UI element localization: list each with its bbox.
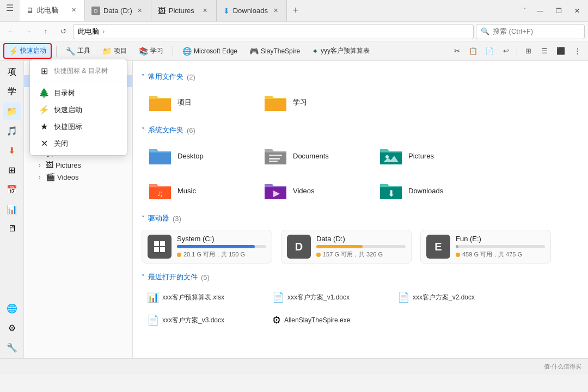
quick-access-label: 快速启动: [20, 46, 46, 56]
file-item-2[interactable]: 📄 xxx客户方案_v2.docx: [392, 289, 512, 306]
minimize-button[interactable]: —: [531, 2, 549, 20]
dropdown-item-close[interactable]: ✕ 关闭: [30, 135, 127, 152]
tab-pictures[interactable]: 🖼 Pictures ✕: [151, 0, 217, 21]
toolbar-action-paste[interactable]: 📄: [482, 44, 497, 59]
recent-section-header[interactable]: ˅ 最近打开的文件 (5): [142, 272, 579, 282]
folder-item-pictures[interactable]: Pictures: [372, 142, 481, 170]
tree-icon-videos: 🎬: [46, 173, 55, 181]
address-box[interactable]: 此电脑 ›: [73, 24, 474, 39]
tab-downloads[interactable]: ⬇ Downloads ✕: [217, 0, 287, 21]
dropdown-shortcuts-label: 快捷图标: [54, 122, 82, 132]
strip-icon-project[interactable]: 项: [3, 63, 21, 81]
system-section-header[interactable]: ˅ 系统文件夹 (6): [142, 125, 579, 135]
drive-icon-e: E: [426, 235, 450, 259]
file-item-1[interactable]: 📄 xxx客户方案_v1.docx: [267, 289, 387, 306]
dropdown-header: ⊞ 快捷图标 & 目录树: [30, 63, 127, 79]
folder-icon-documents: [262, 145, 289, 167]
folder-icon-pictures: [378, 145, 404, 167]
tab-data-close[interactable]: ✕: [136, 7, 144, 15]
strip-icon-calendar[interactable]: 📅: [3, 181, 21, 198]
strip-icon-grid[interactable]: ⊞: [3, 161, 21, 179]
toolbar-action-copy[interactable]: 📋: [465, 44, 481, 59]
restore-button[interactable]: ❐: [550, 2, 567, 20]
tab-data[interactable]: D Data (D:) ✕: [85, 0, 151, 21]
refresh-button[interactable]: ↺: [56, 24, 71, 39]
folder-item-study[interactable]: 学习: [257, 88, 366, 117]
strip-icon-tools2[interactable]: 🔧: [3, 339, 21, 356]
toolbar-more[interactable]: ⋮: [569, 44, 585, 59]
study-label: 学习: [150, 46, 163, 56]
excel-label: yyy客户预算算表: [321, 46, 370, 56]
drive-info-e: Fun (E:) 459 G 可用，共 475 G: [456, 235, 545, 259]
hamburger-menu[interactable]: ☰: [0, 0, 20, 15]
tab-pictures-close[interactable]: ✕: [201, 7, 210, 15]
tools-button[interactable]: 🔧 工具: [61, 44, 95, 58]
toolbar-view-double[interactable]: ⊞: [520, 44, 536, 59]
toolbar-view-panel[interactable]: ⬛: [553, 44, 568, 59]
bookmark-edge[interactable]: 🌐 Microsoft Edge: [177, 44, 242, 58]
drive-item-c[interactable]: System (C:) 20.1 G 可用，共 150 G: [142, 230, 272, 264]
tree-chevron-videos[interactable]: ›: [36, 173, 44, 181]
file-icon-4: ⚙: [272, 314, 281, 326]
dropdown-item-tree[interactable]: 🌲 目录树: [30, 84, 127, 101]
drive-bar-fill-e: [456, 245, 458, 248]
toolbar: ⚡ 快速启动 🔧 工具 📁 项目 📚 学习 🌐 Microsoft Edge 🎮…: [0, 41, 588, 61]
drives-section-header[interactable]: ˅ 驱动器 (3): [142, 213, 579, 223]
bookmark-excel[interactable]: ✦ yyy客户预算算表: [307, 44, 375, 58]
title-bar: ☰ 🖥 此电脑 ✕ D Data (D:) ✕ 🖼 Pictures ✕ ⬇ D…: [0, 0, 588, 22]
strip-icon-study[interactable]: 学: [3, 83, 21, 100]
toolbar-view-list[interactable]: ☰: [537, 44, 552, 59]
address-bar: ← → ↑ ↺ 此电脑 › 🔍: [0, 22, 588, 41]
toolbar-action-cut[interactable]: ✂: [449, 44, 464, 59]
bookmark-slayspire[interactable]: 🎮 SlayTheSpire: [244, 44, 305, 58]
tab-pc-close[interactable]: ✕: [69, 6, 78, 15]
back-button[interactable]: ←: [3, 24, 19, 39]
drive-item-e[interactable]: E Fun (E:) 459 G 可用，共 475 G: [420, 230, 551, 264]
new-tab-button[interactable]: +: [287, 0, 304, 21]
drive-icon-d: D: [287, 235, 311, 259]
close-button[interactable]: ✕: [568, 2, 586, 20]
strip-icon-monitor[interactable]: 🖥: [3, 220, 21, 237]
study-button[interactable]: 📚 学习: [134, 44, 168, 58]
projects-button[interactable]: 📁 项目: [97, 44, 132, 58]
common-section-header[interactable]: ˅ 常用文件夹 (2): [142, 72, 579, 82]
projects-label: 项目: [114, 46, 127, 56]
recent-files-grid: 📊 xxx客户预算算表.xlsx 📄 xxx客户方案_v1.docx 📄 xxx…: [142, 289, 579, 329]
strip-icon-folder[interactable]: 📁: [3, 102, 21, 120]
toolbar-right: ✂ 📋 📄 ↩ ⊞ ☰ ⬛ ⋮: [449, 44, 585, 59]
strip-icon-music[interactable]: 🎵: [3, 122, 21, 139]
tree-item-pictures[interactable]: › 🖼 Pictures: [24, 159, 132, 171]
tree-chevron-pictures[interactable]: ›: [36, 161, 44, 169]
tab-downloads-close[interactable]: ✕: [271, 7, 280, 15]
tools-label: 工具: [77, 46, 90, 56]
dropdown-item-quickstart[interactable]: ⚡ 快速启动: [30, 101, 127, 118]
dropdown-item-shortcuts[interactable]: ★ 快捷图标: [30, 118, 127, 135]
up-button[interactable]: ↑: [38, 24, 53, 39]
folder-item-desktop[interactable]: Desktop: [142, 142, 250, 170]
folder-item-project[interactable]: 项目: [142, 88, 250, 117]
search-input[interactable]: [493, 27, 580, 35]
system-section-label: 系统文件夹: [148, 125, 183, 135]
drive-item-d[interactable]: D Data (D:) 157 G 可用，共 326 G: [281, 230, 412, 264]
strip-icon-globe[interactable]: 🌐: [3, 299, 21, 317]
folder-item-downloads[interactable]: ⬇ Downloads: [372, 176, 481, 205]
tree-item-videos[interactable]: › 🎬 Videos: [24, 171, 132, 183]
file-item-0[interactable]: 📊 xxx客户预算算表.xlsx: [142, 289, 261, 306]
folder-item-videos[interactable]: Videos: [257, 176, 366, 205]
tab-pc[interactable]: 🖥 此电脑 ✕: [20, 0, 85, 21]
strip-icon-download[interactable]: ⬇: [3, 142, 21, 159]
tabs-chevron[interactable]: ˅: [518, 2, 531, 20]
quick-icon-dropdown: ⚡: [39, 105, 50, 115]
folder-item-music[interactable]: ♫ Music: [142, 176, 250, 205]
toolbar-divider-2: [173, 46, 173, 57]
forward-button[interactable]: →: [21, 24, 36, 39]
strip-icon-chart[interactable]: 📊: [3, 200, 21, 218]
quick-access-button[interactable]: ⚡ 快速启动: [3, 43, 52, 59]
tree-label-videos: Videos: [57, 173, 79, 181]
file-item-4[interactable]: ⚙ AllenSlayTheSpire.exe: [267, 311, 387, 329]
folder-item-documents[interactable]: Documents: [257, 142, 366, 170]
toolbar-action-undo[interactable]: ↩: [498, 44, 513, 59]
file-item-3[interactable]: 📄 xxx客户方案_v3.docx: [142, 311, 261, 329]
address-path: 此电脑: [78, 27, 99, 36]
strip-icon-settings[interactable]: ⚙: [3, 319, 21, 336]
